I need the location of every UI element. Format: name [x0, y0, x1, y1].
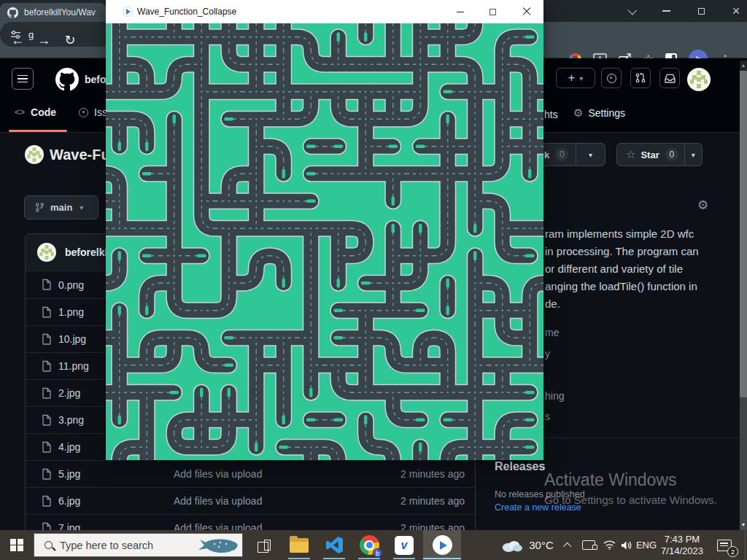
search-icon	[44, 541, 53, 549]
app-v-button[interactable]: v	[388, 530, 420, 560]
action-center-button[interactable]: 2	[709, 530, 740, 560]
commit-author-avatar[interactable]	[37, 243, 56, 262]
forward-button[interactable]: →	[34, 30, 54, 50]
file-icon	[41, 279, 53, 290]
github-favicon	[7, 7, 18, 18]
chrome-profile-badge: b	[373, 548, 382, 558]
app-maximize-button[interactable]	[476, 0, 509, 23]
browser-minimize-button[interactable]	[655, 2, 677, 20]
file-name-link[interactable]: 6.jpg	[58, 495, 80, 507]
show-desktop-divider[interactable]	[745, 530, 746, 560]
user-avatar-identicon[interactable]	[687, 68, 711, 91]
star-count: 0	[665, 148, 678, 161]
browser-tab[interactable]: beforelkillYou/Wav	[0, 3, 106, 22]
cloud-icon	[500, 538, 523, 553]
pull-requests-header-button[interactable]	[630, 68, 651, 88]
date-text: 7/14/2023	[661, 545, 703, 556]
file-name-link[interactable]: 1.png	[58, 306, 84, 318]
tray-expand-button[interactable]	[559, 530, 578, 560]
fork-count: 0	[555, 148, 568, 161]
browser-close-button[interactable]: ×	[725, 2, 747, 20]
github-logo[interactable]	[55, 68, 79, 91]
temperature-text: 30°C	[529, 539, 554, 551]
weather-widget[interactable]: 30°C	[496, 530, 557, 560]
file-icon	[41, 468, 53, 480]
reload-button[interactable]: ↻	[60, 30, 80, 50]
scrollbar-down-arrow[interactable]: ▼	[740, 520, 747, 530]
branch-icon	[35, 203, 44, 212]
pull-request-icon	[635, 73, 646, 83]
inbox-header-button[interactable]	[659, 68, 680, 88]
fork-caret[interactable]: ▾	[576, 151, 605, 159]
file-name-link[interactable]: 0.png	[58, 279, 84, 291]
about-text-line: in processing. The program can	[545, 245, 699, 257]
wfc-pattern-canvas	[106, 23, 543, 460]
code-icon: <>	[15, 107, 25, 117]
tab-settings[interactable]: ⚙ Settings	[573, 106, 625, 120]
branch-selector-button[interactable]: main ▾	[24, 195, 98, 219]
file-name-link[interactable]: 11.png	[58, 360, 89, 372]
tab-insights-fragment[interactable]: hts	[544, 109, 558, 120]
about-text-line: anging the loadTile() function in	[545, 280, 697, 292]
scrollbar-up-arrow[interactable]: ▲	[740, 61, 747, 71]
wifi-icon	[603, 540, 616, 550]
fork-button[interactable]: k 0 ▾	[536, 143, 605, 166]
file-icon	[41, 306, 53, 318]
gear-icon: ⚙	[573, 106, 583, 120]
create-new-button[interactable]: +▾	[556, 68, 595, 88]
app-window-title: Wave_Function_Collapse	[137, 7, 236, 17]
about-meta-fragment: s	[545, 411, 550, 422]
commit-message-link[interactable]: Add files via upload	[174, 468, 262, 480]
wifi-tray-icon[interactable]	[600, 530, 619, 560]
hamburger-menu-button[interactable]	[12, 68, 34, 90]
about-gear-icon[interactable]: ⚙	[697, 198, 708, 213]
about-meta-fragment: me	[545, 327, 559, 338]
language-indicator[interactable]: ENG	[633, 530, 659, 560]
browser-menu-chevron[interactable]	[620, 2, 642, 20]
file-name-link[interactable]: 2.jpg	[58, 387, 80, 399]
table-row: 6.jpgAdd files via upload2 minutes ago	[26, 487, 475, 514]
taskbar-search-box[interactable]: Type here to search	[34, 533, 243, 557]
tab-issues[interactable]: Iss	[79, 106, 107, 118]
file-icon	[41, 360, 53, 372]
table-row: 5.jpgAdd files via upload2 minutes ago	[26, 460, 475, 487]
commit-time: 2 minutes ago	[400, 468, 465, 480]
app-window-titlebar[interactable]: Wave_Function_Collapse	[106, 0, 543, 23]
commit-message-link[interactable]: Add files via upload	[174, 495, 262, 507]
maximize-icon	[489, 9, 496, 15]
page-scrollbar[interactable]: ▲ ▼	[740, 61, 747, 530]
file-name-link[interactable]: 10.jpg	[58, 333, 86, 345]
windows-logo-icon	[10, 539, 23, 552]
back-button[interactable]: ←	[7, 30, 28, 50]
tab-code[interactable]: <> Code	[15, 106, 56, 118]
file-name-link[interactable]: 4.jpg	[58, 441, 80, 453]
taskbar: Type here to search b v	[0, 530, 747, 560]
chrome-button[interactable]: b	[353, 530, 385, 560]
chevron-up-icon	[563, 542, 571, 550]
file-icon	[41, 441, 53, 453]
start-button[interactable]	[0, 530, 34, 560]
speaker-icon	[621, 540, 633, 551]
app-minimize-button[interactable]	[444, 0, 476, 23]
active-tab-underline	[9, 130, 67, 132]
vscode-button[interactable]	[318, 530, 350, 560]
clock-widget[interactable]: 7:43 PM 7/14/2023	[658, 530, 706, 560]
scrollbar-thumb[interactable]	[740, 71, 747, 397]
play-app-icon	[433, 535, 452, 555]
minimize-icon	[457, 12, 464, 12]
file-explorer-button[interactable]	[283, 530, 315, 560]
file-name-link[interactable]: 3.png	[58, 414, 84, 426]
star-button[interactable]: ☆ Star 0 ▾	[616, 143, 703, 166]
page-title[interactable]: Wave-Fu	[50, 147, 110, 163]
about-text-line: de.	[545, 298, 560, 310]
processing-sketch-button-active[interactable]	[423, 530, 461, 560]
star-icon: ☆	[626, 148, 635, 161]
browser-restore-button[interactable]	[690, 2, 712, 20]
app-close-button[interactable]	[509, 0, 543, 23]
issues-header-button[interactable]	[601, 68, 622, 88]
tablet-mode-tray-icon[interactable]	[578, 530, 599, 560]
file-name-link[interactable]: 5.jpg	[58, 468, 80, 480]
desktop-screen: beforelkillYou/Wav × ← → ↻ g ☆ b ⋮	[0, 0, 747, 560]
task-view-button[interactable]	[248, 530, 280, 560]
star-caret[interactable]: ▾	[685, 151, 702, 159]
